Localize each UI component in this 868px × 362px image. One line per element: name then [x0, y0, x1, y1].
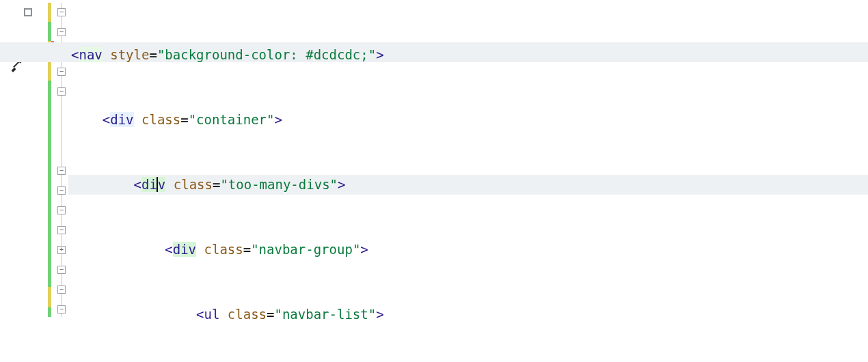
code-line[interactable]: <div class="navbar-group"> [68, 240, 868, 260]
tag-name: ul [204, 307, 219, 322]
fold-toggle[interactable]: − [57, 266, 66, 274]
fold-toggle[interactable]: − [57, 68, 66, 76]
code-line-active[interactable]: <div class="too-many-divs"> [68, 175, 868, 195]
code-line[interactable]: <nav style="background-color: #dcdcdc;"> [68, 45, 868, 65]
code-content[interactable]: <nav style="background-color: #dcdcdc;">… [68, 0, 868, 362]
code-editor: − − − − − − − − − + − − − <nav style="ba… [0, 0, 868, 362]
attr-value: "too-many-divs" [220, 177, 338, 192]
tag-name: div [173, 242, 196, 257]
fold-toggle[interactable]: − [57, 87, 66, 96]
punct: < [71, 47, 79, 62]
punct: < [134, 177, 141, 192]
fold-minus-icon: − [59, 306, 64, 313]
fold-toggle[interactable]: − [57, 28, 66, 36]
fold-minus-icon: − [59, 187, 64, 194]
fold-toggle[interactable]: − [57, 286, 66, 294]
bookmark-icon[interactable] [24, 8, 32, 16]
fold-toggle[interactable]: − [57, 167, 66, 175]
attr-value: "container" [189, 112, 275, 127]
eq: = [213, 177, 220, 192]
punct: < [165, 242, 172, 257]
eq: = [267, 307, 274, 322]
fold-minus-icon: − [59, 29, 64, 36]
attr-name: class [228, 307, 267, 322]
attr-name: class [204, 242, 243, 257]
fold-toggle[interactable]: − [57, 226, 66, 234]
fold-minus-icon: − [59, 286, 64, 293]
attr-value: "navbar-list" [274, 307, 376, 322]
code-line[interactable]: <ul class="navbar-list"> [68, 305, 868, 324]
tag-name: div [110, 112, 133, 127]
tag-name: v [158, 177, 165, 192]
fold-toggle[interactable]: − [57, 186, 66, 195]
attr-value: "navbar-group" [251, 242, 360, 257]
punct: < [103, 112, 110, 127]
fold-toggle[interactable]: − [57, 8, 66, 16]
punct: < [196, 307, 204, 322]
punct: > [376, 307, 383, 322]
attr-name: class [141, 112, 180, 127]
fold-minus-icon: − [59, 207, 64, 214]
fold-minus-icon: − [59, 227, 64, 234]
tag-name: di [141, 177, 157, 192]
fold-plus-icon: + [59, 247, 64, 253]
fold-toggle[interactable]: − [57, 305, 66, 314]
tag-name: nav [79, 47, 102, 62]
change-bar-yellow-3 [48, 287, 51, 307]
fold-minus-icon: − [59, 9, 64, 16]
fold-toggle[interactable]: + [57, 246, 66, 254]
fold-minus-icon: − [59, 88, 64, 95]
fold-toggle[interactable]: − [57, 206, 66, 214]
attr-name: style [110, 47, 149, 62]
punct: > [360, 242, 368, 257]
punct: > [338, 177, 345, 192]
code-line[interactable]: <div class="container"> [68, 110, 868, 130]
eq: = [149, 47, 157, 62]
punct: > [275, 112, 282, 127]
fold-minus-icon: − [59, 266, 64, 273]
change-bar-yellow [48, 3, 51, 22]
attr-value: "background-color: #dcdcdc;" [157, 47, 376, 62]
punct: > [376, 47, 383, 62]
eq: = [243, 242, 251, 257]
svg-rect-0 [11, 68, 16, 72]
attr-name: class [174, 177, 213, 192]
fold-minus-icon: − [59, 167, 64, 174]
fold-minus-icon: − [59, 68, 64, 75]
eq: = [180, 112, 188, 127]
